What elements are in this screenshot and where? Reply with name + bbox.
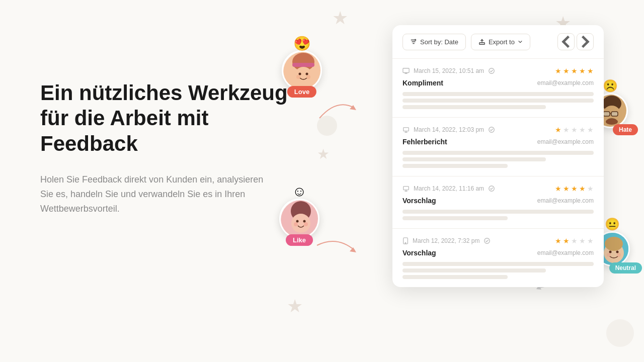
svg-point-24	[606, 119, 618, 125]
check-icon-4	[484, 237, 491, 244]
person-avatar-love	[282, 50, 322, 90]
check-icon-2	[488, 126, 495, 133]
title-row-4: Vorschlag email@example.com	[403, 249, 594, 257]
svg-point-31	[607, 253, 611, 257]
svg-point-6	[296, 75, 300, 79]
arrow-love	[317, 93, 357, 123]
title-row-1: Kompliment email@example.com	[403, 79, 594, 87]
date-row-2: March 14, 2022, 12:03 pm	[403, 126, 495, 133]
date-3: March 14, 2022, 11:16 am	[414, 185, 484, 192]
line-3-2	[403, 216, 508, 220]
line-4-2	[403, 268, 546, 273]
star-3-4: ★	[579, 185, 586, 193]
star-4-3: ★	[571, 237, 578, 245]
line-2-1	[403, 151, 594, 155]
person-card-like: ☺️ Like	[279, 199, 319, 239]
date-4: March 12, 2022, 7:32 pm	[413, 237, 479, 244]
next-button[interactable]	[577, 33, 594, 50]
svg-point-16	[304, 222, 308, 226]
star-2-4: ★	[579, 126, 586, 134]
star-1-1: ★	[555, 67, 561, 75]
line-1-1	[403, 92, 594, 96]
title-row-3: Vorschlag email@example.com	[403, 197, 594, 205]
neutral-tag: Neutral	[609, 262, 642, 274]
svg-rect-22	[611, 112, 618, 116]
sort-button[interactable]: Sort by: Date	[403, 34, 466, 50]
next-icon	[577, 34, 593, 50]
star-1-2: ★	[563, 67, 570, 75]
love-emoji: 😍	[293, 35, 311, 52]
svg-point-42	[405, 243, 406, 244]
svg-marker-9	[350, 105, 356, 110]
export-button[interactable]: Export to	[471, 34, 530, 50]
prev-button[interactable]	[557, 33, 575, 50]
feedback-type-4: Vorschlag	[403, 249, 436, 257]
feedback-meta-2: March 14, 2022, 12:03 pm ★ ★ ★ ★ ★	[403, 126, 594, 134]
feedback-meta-4: March 12, 2022, 7:32 pm ★ ★ ★ ★ ★	[403, 237, 594, 245]
star-2-5: ★	[587, 126, 594, 134]
star-3-5: ★	[587, 185, 594, 193]
stars-1: ★ ★ ★ ★ ★	[555, 67, 594, 75]
circle-decor-1	[317, 116, 337, 136]
svg-point-13	[296, 220, 299, 223]
star-2-1: ★	[555, 126, 561, 134]
star-3-3: ★	[571, 185, 578, 193]
svg-point-14	[303, 220, 306, 223]
feedback-email-3: email@example.com	[537, 197, 594, 204]
feedback-list: March 15, 2022, 10:51 am ★ ★ ★ ★ ★ Kompl…	[392, 59, 604, 287]
arrow-like	[314, 235, 357, 263]
feedback-email-1: email@example.com	[537, 79, 594, 86]
star-4-5: ★	[587, 237, 594, 245]
line-4-1	[403, 262, 594, 266]
svg-rect-21	[603, 112, 610, 116]
line-1-2	[403, 99, 594, 103]
left-panel: Ein nützliches Werkzeug für die Arbeit m…	[40, 80, 302, 216]
line-2-3	[403, 164, 508, 168]
check-icon-3	[488, 185, 495, 192]
feedback-panel: Sort by: Date Export to	[392, 25, 604, 287]
panel-toolbar: Sort by: Date Export to	[392, 25, 604, 59]
svg-point-7	[306, 75, 310, 79]
line-1-3	[403, 105, 546, 109]
hate-emoji: ☹️	[603, 79, 618, 93]
feedback-lines-3	[403, 210, 594, 220]
export-label: Export to	[489, 38, 515, 46]
svg-point-15	[294, 222, 298, 226]
svg-rect-34	[479, 43, 485, 45]
svg-point-5	[306, 73, 308, 75]
feedback-meta-3: March 14, 2022, 11:16 am ★ ★ ★ ★ ★	[403, 185, 594, 193]
person-avatar-like	[279, 199, 319, 239]
like-emoji: ☺️	[292, 184, 307, 200]
date-row-3: March 14, 2022, 11:16 am	[403, 185, 495, 192]
star-1-4: ★	[579, 67, 586, 75]
svg-rect-39	[404, 187, 409, 190]
date-row-4: March 12, 2022, 7:32 pm	[403, 237, 491, 244]
star-4-1: ★	[555, 237, 561, 245]
feedback-type-2: Fehlerbericht	[403, 138, 447, 146]
title-row-2: Fehlerbericht email@example.com	[403, 138, 594, 146]
star-2-3: ★	[571, 126, 578, 134]
feedback-email-4: email@example.com	[537, 249, 594, 256]
star-decor-2: ★	[332, 8, 348, 29]
stars-2: ★ ★ ★ ★ ★	[555, 126, 594, 134]
feedback-meta-1: March 15, 2022, 10:51 am ★ ★ ★ ★ ★	[403, 67, 594, 75]
prev-icon	[558, 34, 574, 50]
svg-rect-37	[404, 128, 409, 131]
date-2: March 14, 2022, 12:03 pm	[414, 126, 484, 133]
line-4-3	[403, 275, 508, 279]
sort-label: Sort by: Date	[420, 38, 458, 46]
star-3-2: ★	[563, 185, 570, 193]
svg-rect-2	[292, 63, 314, 67]
svg-point-29	[609, 251, 612, 253]
star-2-2: ★	[563, 126, 570, 134]
star-1-5: ★	[587, 67, 594, 75]
mobile-icon-4	[403, 237, 409, 244]
person-card-love: 😍 Love	[282, 50, 322, 90]
feedback-type-1: Kompliment	[403, 79, 443, 87]
feedback-type-3: Vorschlag	[403, 197, 436, 205]
love-badge: Love	[287, 86, 316, 98]
star-4-2: ★	[563, 237, 570, 245]
stars-4: ★ ★ ★ ★ ★	[555, 237, 594, 245]
sub-text: Holen Sie Feedback direkt von Kunden ein…	[40, 172, 272, 216]
monitor-icon-2	[403, 126, 410, 133]
